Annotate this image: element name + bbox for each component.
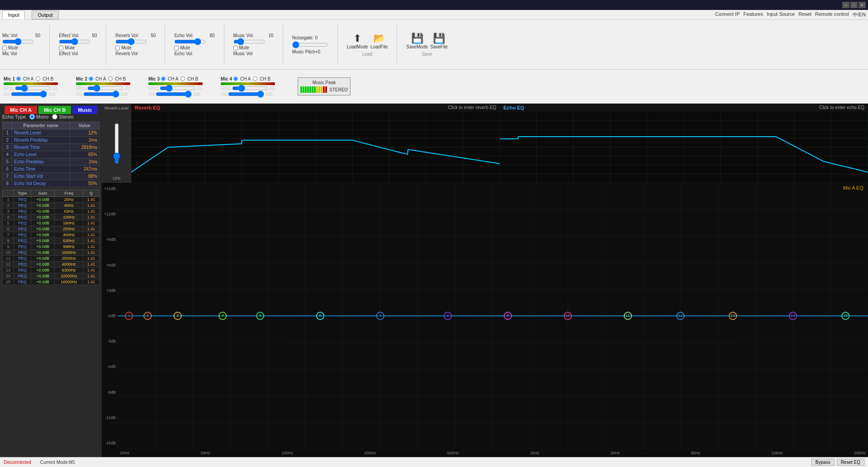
echo-vol-slider[interactable]	[174, 39, 206, 44]
main-eq-panel[interactable]: Mic A EQ +15dB+12dB+9dB+6dB+3dB-0dB-3dB-…	[102, 183, 868, 457]
reverb-level-slider[interactable]	[113, 123, 120, 164]
mic1-vol-slider[interactable]	[11, 92, 47, 96]
eq-table-cell: PEQ	[14, 244, 31, 250]
input-source-link[interactable]: Input Source	[767, 11, 795, 18]
features-link[interactable]: Features	[744, 11, 763, 18]
maximize-button[interactable]: □	[850, 2, 858, 8]
mic-mute-checkbox[interactable]	[2, 46, 7, 50]
eq-y-label: +12dB	[102, 212, 118, 216]
tab-output[interactable]: Output	[32, 10, 58, 19]
eq-table-cell: 1.41	[83, 203, 100, 209]
mono-radio-label[interactable]: Mono	[29, 114, 49, 119]
mic3-mng-label: MNG	[148, 86, 159, 91]
reverb-eq-graph[interactable]	[131, 112, 500, 183]
connect-ip-link[interactable]: Connect IP	[715, 11, 740, 18]
noisegate-slider[interactable]	[292, 41, 328, 48]
title-bar-controls[interactable]: ─ □ ✕	[842, 2, 866, 8]
effect-mute-label: Mute	[65, 45, 75, 50]
reverb-vol-slider[interactable]	[115, 39, 147, 44]
eq-table-row: 7PEQ+0.0dB400Hz1.41	[3, 232, 100, 238]
echo-eq-title: Echo EQ	[503, 105, 524, 110]
stereo-radio-label[interactable]: Stereo	[52, 114, 73, 119]
param-cell[interactable]: Reverb Predelay	[12, 137, 70, 144]
mic-vol-sub-label: Mic Vol	[2, 51, 40, 56]
param-cell[interactable]: Reverb Level	[12, 129, 70, 137]
mic1-mng-slider[interactable]	[15, 86, 51, 91]
mic4-chb-radio[interactable]	[253, 76, 257, 81]
save-mode-label: SaveMode	[406, 44, 428, 49]
eq-table-cell: 160Hz	[55, 220, 83, 226]
param-cell: 12%	[70, 129, 99, 137]
mic3-cha-radio[interactable]	[161, 76, 166, 81]
load-mode-button[interactable]: ⬆ LoadMode	[347, 33, 368, 49]
load-file-button[interactable]: 📂 LoadFile	[370, 33, 388, 49]
mic1-cha-radio[interactable]	[16, 76, 21, 81]
reset-eq-button[interactable]: Reset EQ	[837, 459, 864, 466]
reverb-eq-title: Reverb EQ	[135, 105, 160, 110]
mic3-chb-radio[interactable]	[180, 76, 185, 81]
eq-table-cell: 6	[3, 226, 14, 232]
param-cell[interactable]: Echo Predelay	[12, 158, 70, 166]
eq-y-label: -12dB	[102, 415, 118, 420]
music-vol-value: 16	[269, 33, 274, 38]
param-cell[interactable]: Echo Start Vol	[12, 173, 70, 180]
mic-vol-slider[interactable]	[2, 39, 34, 44]
mic2-cha-radio[interactable]	[89, 76, 93, 81]
reverb-eq-click-text[interactable]: Click to enter reverb EQ	[448, 105, 496, 110]
eq-x-label: 10kHz	[772, 451, 783, 455]
mic2-mng-slider[interactable]	[87, 86, 123, 91]
mic4-vol-label: Vol	[221, 92, 227, 97]
close-button[interactable]: ✕	[859, 2, 866, 8]
mic4-vol-slider[interactable]	[228, 92, 264, 96]
eq-table-cell: 1.41	[83, 232, 100, 238]
music-button[interactable]: Music	[72, 106, 97, 114]
echo-vol-sub-label: Echo Vol	[174, 51, 214, 56]
reverb-vol-group: Reverb Vol: 50 Mute Reverb Vol	[115, 33, 156, 56]
mic2-chb-radio[interactable]	[108, 76, 113, 81]
minimize-button[interactable]: ─	[842, 2, 849, 8]
tab-input[interactable]: Input	[2, 10, 25, 19]
param-cell[interactable]: Echo Vol Decay	[12, 180, 70, 187]
eq-table-row: 4PEQ+0.0dB100Hz1.41	[3, 214, 100, 220]
save-mode-button[interactable]: 💾 SaveMode	[406, 33, 428, 49]
mic3-mng-value: 20	[197, 86, 202, 91]
echo-eq-click-text[interactable]: Click to enter echo EQ	[819, 105, 864, 110]
eq-y-label: +15dB	[102, 186, 118, 191]
eq-table-cell: +0.0dB	[31, 220, 54, 226]
param-cell[interactable]: Reverb Time	[12, 144, 70, 151]
mic3-mng-slider[interactable]	[160, 86, 196, 91]
eq-col-freq: Freq	[55, 190, 83, 197]
load-mode-icon: ⬆	[353, 33, 361, 44]
divider-1	[49, 24, 50, 65]
param-cell[interactable]: Echo Time	[12, 166, 70, 173]
lang-link[interactable]: 中/EN	[853, 11, 866, 18]
eq-table-cell: PEQ	[14, 267, 31, 273]
mic2-group: Mic 2 CH A CH B MNG 20 Vol 100	[76, 76, 144, 97]
echo-eq-graph[interactable]	[500, 112, 868, 183]
eq-table-cell: PEQ	[14, 262, 31, 267]
mic4-cha-radio[interactable]	[233, 76, 238, 81]
mic2-vol-slider[interactable]	[83, 92, 119, 96]
bypass-button[interactable]: Bypass	[811, 459, 835, 466]
param-cell[interactable]: Echo Level	[12, 151, 70, 158]
remote-control-link[interactable]: Remote control	[815, 11, 849, 18]
eq-table-cell: +0.0dB	[31, 209, 54, 214]
mic4-mng-slider[interactable]	[232, 86, 268, 91]
eq-y-label: -6dB	[102, 364, 118, 369]
music-mute-checkbox[interactable]	[233, 46, 238, 50]
eq-table-cell: 13	[3, 267, 14, 273]
echo-eq-canvas	[500, 112, 868, 183]
mic3-vol-slider[interactable]	[156, 92, 192, 96]
mic-chb-button[interactable]: Mic CH B	[38, 106, 71, 114]
stereo-radio[interactable]	[52, 114, 57, 119]
save-file-button[interactable]: 💾 SaveFile	[430, 33, 448, 49]
mono-radio[interactable]	[29, 114, 35, 119]
music-vol-slider[interactable]	[233, 39, 265, 44]
effect-vol-slider[interactable]	[59, 39, 90, 44]
effect-mute-checkbox[interactable]	[59, 46, 63, 50]
reverb-mute-checkbox[interactable]	[115, 46, 120, 50]
reset-link[interactable]: Reset	[798, 11, 811, 18]
echo-mute-checkbox[interactable]	[174, 46, 179, 50]
mic-cha-button[interactable]: Mic CH A	[5, 106, 37, 114]
mic1-chb-radio[interactable]	[36, 76, 40, 81]
